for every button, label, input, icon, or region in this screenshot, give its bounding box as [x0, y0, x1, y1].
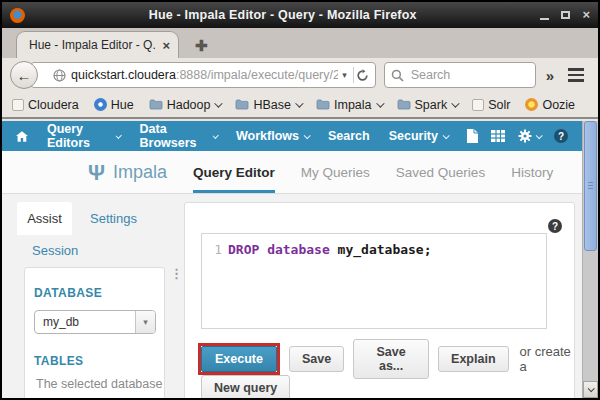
impala-logo-text: Impala — [113, 162, 167, 183]
chevron-down-icon — [536, 132, 543, 139]
browser-tab[interactable]: Hue - Impala Editor - Q... × — [16, 31, 179, 58]
tab-close-icon[interactable]: × — [162, 38, 170, 53]
table-icon[interactable] — [491, 130, 505, 142]
database-select[interactable]: my_db ▾ — [34, 310, 156, 334]
hue-navbar: Query Editors Data Browsers Workflows Se… — [2, 121, 598, 151]
bookmark-oozie[interactable]: Oozie — [525, 98, 575, 112]
tab-saved-queries[interactable]: Saved Queries — [396, 151, 485, 193]
tab-query-editor[interactable]: Query Editor — [193, 151, 275, 193]
code-line: DROP database my_database; — [228, 242, 432, 328]
tab-my-queries[interactable]: My Queries — [301, 151, 370, 193]
minimize-icon[interactable] — [540, 18, 549, 20]
query-editor-panel: ? 1 DROP database my_database; Execute S… — [184, 202, 575, 398]
save-button[interactable]: Save — [289, 346, 344, 372]
tab-history[interactable]: History — [511, 151, 553, 193]
scrollbar-grip — [588, 182, 593, 190]
document-icon[interactable] — [467, 129, 478, 143]
search-icon — [391, 69, 404, 82]
scrollbar-down-button[interactable] — [583, 381, 598, 398]
home-icon[interactable] — [16, 130, 28, 143]
toolbar-overflow-icon[interactable]: » — [544, 67, 556, 84]
app-tabs: Query Editor My Queries Saved Queries Hi… — [193, 151, 553, 193]
nav-item-query-editors[interactable]: Query Editors — [47, 122, 121, 150]
sql-keyword: DROP — [228, 242, 267, 257]
oozie-logo-icon — [525, 98, 538, 111]
close-icon[interactable]: × — [582, 10, 590, 20]
url-host: quickstart.cloudera — [71, 68, 176, 82]
or-create-a-text: or create a — [520, 344, 574, 374]
bookmark-folder-spark[interactable]: Spark — [397, 98, 458, 112]
hue-page: Query Editors Data Browsers Workflows Se… — [2, 121, 598, 398]
chevron-down-icon — [215, 99, 223, 107]
reload-icon[interactable] — [356, 69, 369, 82]
sidebar-tab-settings[interactable]: Settings — [90, 211, 137, 226]
search-input[interactable] — [409, 67, 529, 83]
execute-button[interactable]: Execute — [201, 346, 277, 372]
sql-identifier: my_database; — [338, 242, 432, 257]
url-bar[interactable]: quickstart.cloudera:8888/impala/execute/… — [30, 62, 376, 88]
execute-highlight-box: Execute — [198, 343, 280, 375]
panel-resize-handle[interactable]: ⋮ — [170, 271, 183, 276]
chevron-down-icon — [451, 99, 459, 107]
favicon-placeholder-icon — [472, 99, 484, 111]
nav-item-search[interactable]: Search — [328, 129, 370, 143]
select-arrow-icon: ▾ — [135, 311, 155, 333]
url-path: :8888/impala/execute/query/29 — [176, 68, 338, 82]
database-heading: DATABASE — [34, 286, 164, 300]
title-bar: Hue - Impala Editor - Query - Mozilla Fi… — [2, 2, 598, 28]
editor-help-icon[interactable]: ? — [548, 219, 562, 233]
sql-keyword: database — [267, 242, 337, 257]
page-scrollbar[interactable] — [582, 121, 598, 398]
chevron-down-icon — [376, 99, 384, 107]
assist-panel: DATABASE my_db ▾ TABLES The selected dat… — [24, 267, 165, 398]
gear-icon — [518, 129, 532, 143]
url-dropdown-icon[interactable]: ▾ — [342, 70, 347, 80]
code-editor[interactable]: 1 DROP database my_database; — [201, 233, 547, 329]
bookmark-hue[interactable]: Hue — [94, 98, 134, 112]
back-arrow-icon: ← — [17, 68, 32, 83]
session-link[interactable]: Session — [32, 243, 78, 258]
url-divider — [353, 67, 354, 83]
folder-icon — [149, 99, 163, 110]
database-select-value: my_db — [35, 315, 135, 329]
chevron-down-icon — [443, 132, 450, 139]
bookmark-cloudera[interactable]: Cloudera — [12, 98, 79, 112]
settings-gear-menu[interactable] — [518, 129, 541, 143]
bookmark-folder-hbase[interactable]: HBase — [235, 98, 301, 112]
navbar-right-icons: ? — [467, 129, 584, 143]
explain-button[interactable]: Explain — [438, 346, 508, 372]
bookmark-solr[interactable]: Solr — [472, 98, 510, 112]
impala-logo: Ψ Impala — [88, 162, 167, 183]
firefox-window: Hue - Impala Editor - Query - Mozilla Fi… — [0, 0, 600, 400]
navigation-toolbar: ← quickstart.cloudera:8888/impala/execut… — [2, 58, 598, 92]
search-bar[interactable] — [384, 62, 536, 88]
chevron-down-icon — [116, 132, 122, 138]
nav-item-security[interactable]: Security — [389, 129, 448, 143]
line-number: 1 — [202, 242, 228, 328]
chevron-down-icon — [212, 132, 218, 138]
nav-item-workflows[interactable]: Workflows — [236, 129, 309, 143]
save-as-button[interactable]: Save as... — [353, 339, 429, 379]
chevron-down-icon — [304, 132, 311, 139]
tab-title: Hue - Impala Editor - Q... — [29, 38, 156, 52]
firefox-icon — [10, 8, 25, 23]
action-buttons-row: Execute Save Save as... Explain or creat… — [198, 339, 574, 379]
bookmark-folder-hadoop[interactable]: Hadoop — [149, 98, 221, 112]
new-query-button[interactable]: New query — [201, 375, 290, 398]
tables-heading: TABLES — [34, 354, 164, 368]
new-tab-icon[interactable]: ✚ — [189, 37, 214, 55]
back-button[interactable]: ← — [10, 61, 38, 89]
bookmark-folder-impala[interactable]: Impala — [316, 98, 382, 112]
folder-icon — [397, 99, 411, 110]
window-title: Hue - Impala Editor - Query - Mozilla Fi… — [25, 8, 540, 22]
hamburger-menu-icon[interactable] — [564, 68, 588, 82]
bookmarks-bar: Cloudera Hue Hadoop HBase Impala Spark S… — [2, 92, 598, 119]
help-icon[interactable]: ? — [554, 129, 568, 143]
hue-logo-icon — [94, 98, 107, 111]
favicon-placeholder-icon — [12, 99, 24, 111]
scrollbar-thumb[interactable] — [584, 121, 597, 251]
sidebar-tab-assist[interactable]: Assist — [17, 202, 72, 235]
nav-item-data-browsers[interactable]: Data Browsers — [140, 122, 217, 150]
maximize-icon[interactable] — [561, 11, 570, 19]
url-text[interactable]: quickstart.cloudera:8888/impala/execute/… — [71, 68, 338, 82]
